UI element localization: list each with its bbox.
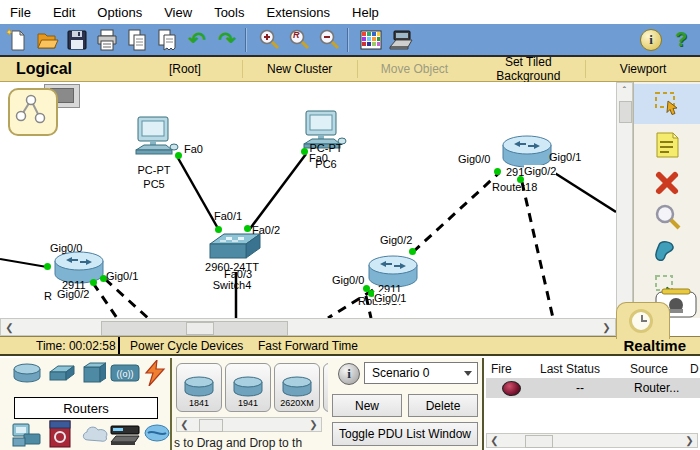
router17-port-gig02-label: Gig0/2 (380, 234, 412, 246)
pdu-scrollbar[interactable]: ❮ ❯ (486, 433, 698, 448)
scroll-left-icon[interactable]: ❮ (3, 321, 16, 334)
scenario-select[interactable]: Scenario 0 (364, 362, 478, 384)
canvas-vscrollbar[interactable]: ˆ ˇ (616, 82, 633, 318)
info-button[interactable]: i (638, 27, 664, 53)
help-button[interactable]: ? (668, 27, 694, 53)
scroll-left-icon[interactable]: ❮ (179, 419, 190, 430)
scroll-up-icon[interactable]: ˆ (618, 85, 631, 98)
category-multiuser-icon[interactable] (144, 424, 170, 445)
scroll-right-icon[interactable]: ❯ (600, 321, 613, 334)
scroll-left-icon[interactable]: ❮ (489, 435, 500, 446)
pc5-icon[interactable] (130, 116, 180, 162)
root-button[interactable]: [Root] (128, 62, 242, 76)
inspect-tool-icon[interactable] (652, 202, 682, 232)
undo-icon[interactable]: ↶ (184, 27, 210, 53)
link-router17-router18[interactable] (413, 173, 499, 252)
custom-devices-icon[interactable] (388, 27, 414, 53)
menu-tools[interactable]: Tools (214, 5, 244, 20)
pdu-header-source: Source (630, 362, 668, 376)
menu-edit[interactable]: Edit (53, 5, 75, 20)
router-left-port-gig00-label: Gig0/0 (50, 242, 82, 254)
menu-extensions[interactable]: Extensions (266, 5, 330, 20)
menu-file[interactable]: File (10, 5, 31, 20)
link-status-dot (215, 226, 222, 233)
pdu-scroll-thumb[interactable] (525, 435, 553, 448)
print-icon[interactable] (94, 27, 120, 53)
switch4-name-label: Switch4 (196, 279, 268, 291)
category-wireless-icon[interactable]: ((o)) (110, 362, 140, 387)
category-switches-icon[interactable] (48, 364, 76, 387)
place-note-tool-icon[interactable] (652, 130, 682, 160)
zoom-out-icon[interactable] (316, 27, 342, 53)
draw-shape-tool-icon[interactable] (652, 238, 682, 268)
model-scrollbar[interactable]: ❮ ❯ (176, 417, 322, 432)
delete-scenario-button[interactable]: Delete (408, 394, 478, 417)
menu-help[interactable]: Help (352, 5, 379, 20)
link-status-dot (244, 225, 251, 232)
delete-tool-icon[interactable] (652, 168, 682, 198)
link-router18-edge[interactable] (550, 170, 616, 212)
pdu-header-destination: D (690, 362, 699, 376)
copy-icon[interactable] (124, 27, 150, 53)
category-routers-icon[interactable] (12, 362, 42, 387)
category-wan-cloud-icon[interactable] (80, 424, 110, 447)
model-2620xm-button[interactable]: 2620XM (274, 363, 320, 412)
category-connections-icon[interactable] (144, 360, 166, 389)
model-next-button[interactable] (323, 363, 328, 412)
category-hubs-icon[interactable] (82, 362, 106, 387)
new-cluster-button[interactable]: New Cluster (243, 62, 357, 76)
new-scenario-button[interactable]: New (332, 394, 402, 417)
link-router18-down[interactable] (522, 182, 553, 318)
scroll-right-icon[interactable]: ❯ (308, 419, 319, 430)
toggle-pdu-list-button[interactable]: Toggle PDU List Window (332, 422, 478, 446)
select-tool-icon[interactable] (652, 88, 682, 118)
logical-workspace-canvas[interactable]: PC-PT PC5 Fa0 PC-PT PC6 Fa0 Fa0/1 Fa0/2 … (0, 82, 616, 318)
model-1841-button[interactable]: 1841 (176, 363, 222, 412)
scenario-info-button[interactable]: i (338, 363, 360, 385)
realtime-bar: Time: 00:02:58 Power Cycle Devices Fast … (0, 336, 700, 356)
menu-options[interactable]: Options (97, 5, 142, 20)
logical-tab[interactable]: Logical (0, 60, 128, 78)
canvas-hscrollbar[interactable]: ❮ ❯ (0, 318, 616, 336)
new-file-icon[interactable] (4, 27, 30, 53)
paste-icon[interactable] (154, 27, 180, 53)
link-router-left-serial1[interactable] (93, 283, 117, 318)
toolbar-separator (245, 28, 247, 52)
realtime-mode-label[interactable]: Realtime (623, 337, 686, 354)
set-tiled-background-button[interactable]: Set Tiled Background (471, 55, 585, 83)
pc6-port-label: Fa0 (309, 152, 328, 164)
category-security-icon[interactable] (48, 420, 72, 450)
fire-led-icon[interactable] (502, 381, 521, 396)
zoom-reset-icon[interactable]: R (286, 27, 312, 53)
scroll-right-icon[interactable]: ❯ (684, 435, 695, 446)
save-icon[interactable] (64, 27, 90, 53)
viewport-button[interactable]: Viewport (586, 62, 700, 76)
menu-view[interactable]: View (164, 5, 192, 20)
pdu-source: Router... (634, 381, 679, 395)
fast-forward-time-button[interactable]: Fast Forward Time (258, 339, 358, 353)
power-cycle-devices-button[interactable]: Power Cycle Devices (130, 339, 243, 353)
category-custom-devices-icon[interactable] (110, 422, 140, 449)
pdu-row[interactable]: -- Router... (486, 378, 700, 398)
realtime-bar-divider (118, 337, 120, 354)
router18-name-label: Router18 (492, 181, 537, 193)
router17-port-gig00-label: Gig0/0 (332, 274, 364, 286)
redo-icon[interactable]: ↷ (214, 27, 240, 53)
switch4-icon[interactable] (206, 232, 262, 264)
pdu-header-fire: Fire (491, 362, 512, 376)
color-palette-icon[interactable] (358, 27, 384, 53)
device-category-panel: ((o)) Routers (0, 358, 170, 450)
link-edge-router-left[interactable] (0, 259, 47, 267)
zoom-in-icon[interactable] (256, 27, 282, 53)
open-file-icon[interactable] (34, 27, 60, 53)
model-scroll-thumb[interactable] (199, 419, 223, 432)
cluster-tab-icon[interactable] (8, 88, 58, 136)
simulation-time: Time: 00:02:58 (36, 339, 116, 353)
vscroll-thumb[interactable] (619, 101, 632, 123)
link-status-dot (494, 168, 501, 175)
realtime-clock-tab[interactable] (616, 302, 670, 339)
category-end-devices-icon[interactable] (12, 422, 42, 450)
packet-tracer-window: File Edit Options View Tools Extensions … (0, 0, 700, 450)
chevron-down-icon (464, 371, 472, 376)
model-1941-button[interactable]: 1941 (225, 363, 271, 412)
